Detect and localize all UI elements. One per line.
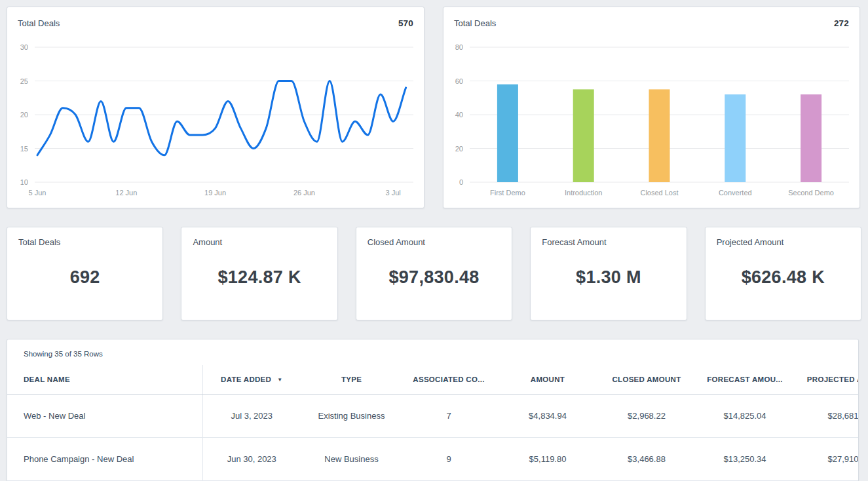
chart-total-value: 272 bbox=[834, 18, 849, 28]
column-header-projected-amount[interactable]: PROJECTED AMOUNT bbox=[797, 365, 858, 394]
bar-introduction[interactable] bbox=[573, 89, 594, 182]
kpi-label: Closed Amount bbox=[368, 237, 500, 247]
kpi-card-forecast-amount: Forecast Amount $1.30 M bbox=[530, 227, 687, 320]
y-axis-label: 60 bbox=[455, 77, 463, 85]
total-deals-bar-chart-card: Total Deals 272 806040200First DemoIntro… bbox=[443, 7, 860, 208]
y-axis-label: 15 bbox=[20, 145, 28, 153]
column-header-label: AMOUNT bbox=[531, 375, 565, 383]
cell-associated-co: 7 bbox=[402, 394, 495, 437]
deals-table: DEAL NAMEDATE ADDED▼TYPEASSOCIATED CO...… bbox=[7, 365, 858, 481]
y-axis-label: 40 bbox=[455, 111, 463, 119]
x-axis-label: Introduction bbox=[565, 189, 602, 197]
column-header-label: DEAL NAME bbox=[24, 375, 70, 383]
chart-header: Total Deals 272 bbox=[454, 16, 849, 30]
table-header-row: DEAL NAMEDATE ADDED▼TYPEASSOCIATED CO...… bbox=[7, 365, 858, 394]
column-header-associated-co[interactable]: ASSOCIATED CO... bbox=[402, 365, 495, 394]
x-axis-label: Second Demo bbox=[788, 189, 834, 197]
x-axis-label: 12 Jun bbox=[115, 189, 137, 197]
column-header-forecast-amou[interactable]: FORECAST AMOU... bbox=[693, 365, 797, 394]
column-header-label: PROJECTED AMOUNT bbox=[807, 375, 858, 383]
chart-title: Total Deals bbox=[454, 18, 496, 28]
kpi-label: Total Deals bbox=[18, 237, 151, 247]
bar-closed-lost[interactable] bbox=[649, 89, 670, 182]
kpi-row: Total Deals 692 Amount $124.87 K Closed … bbox=[7, 227, 861, 320]
cell-associated-co: 9 bbox=[402, 437, 495, 480]
cell-forecast-amou: $13,250.34 bbox=[693, 437, 797, 480]
kpi-label: Forecast Amount bbox=[542, 237, 675, 247]
x-axis-label: 19 Jun bbox=[204, 189, 226, 197]
bar-first-demo[interactable] bbox=[497, 85, 518, 182]
cell-projected-amount: $27,910.64 bbox=[797, 437, 858, 480]
kpi-value: $626.48 K bbox=[717, 247, 850, 310]
column-header-deal-name[interactable]: DEAL NAME bbox=[7, 365, 202, 394]
line-chart-plot[interactable]: 30252015105 Jun12 Jun19 Jun26 Jun3 Jul bbox=[18, 30, 413, 199]
chart-header: Total Deals 570 bbox=[18, 16, 413, 30]
kpi-label: Amount bbox=[193, 237, 326, 247]
y-axis-label: 80 bbox=[455, 43, 463, 51]
column-header-type[interactable]: TYPE bbox=[301, 365, 402, 394]
cell-amount: $5,119.80 bbox=[495, 437, 600, 480]
column-header-label: CLOSED AMOUNT bbox=[612, 375, 681, 383]
table-scroll-area[interactable]: DEAL NAMEDATE ADDED▼TYPEASSOCIATED CO...… bbox=[7, 365, 858, 481]
y-axis-label: 10 bbox=[20, 178, 28, 186]
cell-deal-name: Web - New Deal bbox=[7, 394, 202, 437]
kpi-value: $124.87 K bbox=[193, 247, 326, 310]
bar-chart-plot[interactable]: 806040200First DemoIntroductionClosed Lo… bbox=[454, 30, 849, 199]
y-axis-label: 20 bbox=[20, 111, 28, 119]
kpi-card-amount: Amount $124.87 K bbox=[181, 227, 337, 320]
chart-title: Total Deals bbox=[18, 18, 60, 28]
cell-projected-amount: $28,681.04 bbox=[797, 394, 858, 437]
table-row[interactable]: Phone Campaign - New DealJun 30, 2023New… bbox=[7, 437, 858, 480]
kpi-value: $1.30 M bbox=[542, 247, 675, 310]
cell-amount: $4,834.94 bbox=[495, 394, 600, 437]
kpi-value: 692 bbox=[18, 247, 151, 310]
dashboard: Total Deals 570 30252015105 Jun12 Jun19 … bbox=[0, 0, 868, 481]
column-header-amount[interactable]: AMOUNT bbox=[495, 365, 600, 394]
x-axis-label: Closed Lost bbox=[640, 189, 678, 197]
cell-forecast-amou: $14,825.04 bbox=[693, 394, 797, 437]
cell-closed-amount: $2,968.22 bbox=[600, 394, 693, 437]
cell-closed-amount: $3,466.88 bbox=[600, 437, 693, 480]
charts-row: Total Deals 570 30252015105 Jun12 Jun19 … bbox=[7, 7, 861, 208]
sort-desc-icon: ▼ bbox=[277, 377, 282, 383]
total-deals-line-chart-card: Total Deals 570 30252015105 Jun12 Jun19 … bbox=[7, 7, 425, 208]
bar-second-demo[interactable] bbox=[801, 94, 821, 182]
kpi-value: $97,830.48 bbox=[368, 247, 500, 310]
x-axis-label: Converted bbox=[719, 189, 752, 197]
cell-date-added: Jun 30, 2023 bbox=[202, 437, 301, 480]
kpi-card-total-deals: Total Deals 692 bbox=[7, 227, 163, 320]
column-header-label: ASSOCIATED CO... bbox=[413, 375, 484, 383]
x-axis-label: 3 Jul bbox=[386, 189, 401, 197]
y-axis-label: 25 bbox=[20, 77, 28, 85]
column-header-closed-amount[interactable]: CLOSED AMOUNT bbox=[600, 365, 693, 394]
cell-date-added: Jul 3, 2023 bbox=[202, 394, 301, 437]
column-header-label: DATE ADDED bbox=[221, 375, 271, 383]
cell-type: New Business bbox=[301, 437, 402, 480]
column-header-label: TYPE bbox=[341, 375, 362, 383]
column-header-date-added[interactable]: DATE ADDED▼ bbox=[202, 365, 301, 394]
deals-table-card: Showing 35 of 35 Rows DEAL NAMEDATE ADDE… bbox=[7, 339, 859, 481]
y-axis-label: 30 bbox=[20, 43, 28, 51]
table-row-count: Showing 35 of 35 Rows bbox=[7, 339, 858, 365]
line-series-total-deals[interactable] bbox=[37, 81, 406, 155]
x-axis-label: First Demo bbox=[490, 189, 525, 197]
cell-type: Existing Business bbox=[301, 394, 402, 437]
x-axis-label: 26 Jun bbox=[293, 189, 315, 197]
bar-converted[interactable] bbox=[725, 94, 745, 182]
chart-total-value: 570 bbox=[398, 18, 413, 28]
column-header-label: FORECAST AMOU... bbox=[707, 375, 783, 383]
y-axis-label: 0 bbox=[459, 178, 463, 186]
table-row[interactable]: Web - New DealJul 3, 2023Existing Busine… bbox=[7, 394, 858, 437]
kpi-card-projected-amount: Projected Amount $626.48 K bbox=[705, 227, 861, 320]
x-axis-label: 5 Jun bbox=[29, 189, 47, 197]
cell-deal-name: Phone Campaign - New Deal bbox=[7, 437, 202, 480]
kpi-label: Projected Amount bbox=[717, 237, 850, 247]
y-axis-label: 20 bbox=[455, 145, 463, 153]
kpi-card-closed-amount: Closed Amount $97,830.48 bbox=[356, 227, 512, 320]
